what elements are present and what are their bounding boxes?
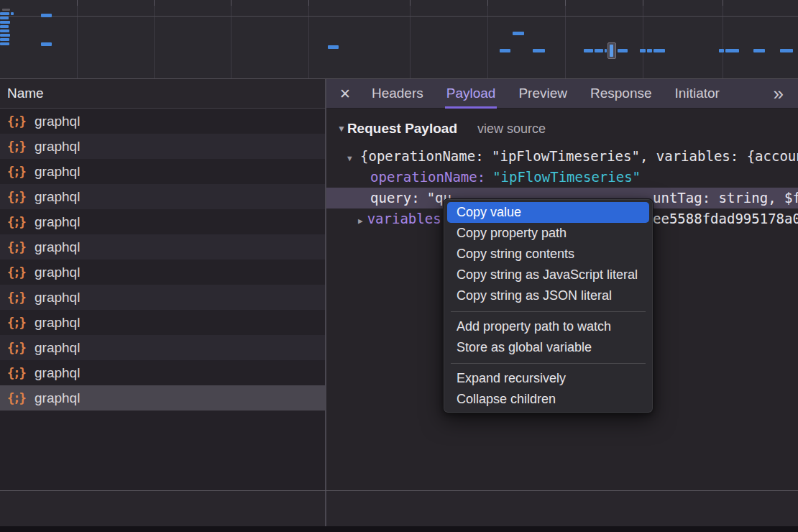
waterfall-bar xyxy=(753,49,765,52)
network-overview[interactable] xyxy=(0,0,798,79)
tab-headers[interactable]: Headers xyxy=(370,79,425,109)
view-source-link[interactable]: view source xyxy=(477,121,546,137)
json-braces-icon: {;} xyxy=(7,316,27,330)
request-name: graphql xyxy=(35,340,80,356)
tab-payload[interactable]: Payload xyxy=(445,79,497,109)
waterfall-bar xyxy=(584,49,593,52)
context-menu-divider xyxy=(444,358,653,368)
json-braces-icon: {;} xyxy=(7,215,27,229)
request-rows: {;} graphql {;} graphql {;} graphql {;} … xyxy=(0,109,326,411)
waterfall-bar xyxy=(0,21,10,24)
table-row[interactable]: {;} graphql xyxy=(0,385,326,411)
root-expander-icon[interactable]: ▼ xyxy=(347,148,359,167)
overview-gridline xyxy=(487,0,488,79)
request-name: graphql xyxy=(35,290,80,306)
table-row[interactable]: {;} graphql xyxy=(0,234,326,260)
table-row[interactable]: {;} graphql xyxy=(0,184,326,209)
waterfall-bar xyxy=(0,17,9,19)
context-menu-item[interactable]: Store as global variable xyxy=(447,337,649,358)
overview-gridline xyxy=(154,0,155,79)
table-row[interactable]: {;} graphql xyxy=(0,109,326,134)
request-name: graphql xyxy=(35,239,80,255)
overview-lane-divider xyxy=(0,16,798,17)
json-braces-icon: {;} xyxy=(7,366,27,380)
waterfall-bar xyxy=(618,49,628,52)
more-tabs-icon[interactable]: » xyxy=(774,84,782,103)
table-row[interactable]: {;} graphql xyxy=(0,260,326,285)
waterfall-bar xyxy=(41,42,52,46)
json-braces-icon: {;} xyxy=(7,190,27,204)
table-row[interactable]: {;} graphql xyxy=(0,209,326,234)
request-name: graphql xyxy=(35,139,80,155)
request-name: graphql xyxy=(35,214,80,230)
footer-divider xyxy=(0,490,798,491)
json-braces-icon: {;} xyxy=(7,165,27,179)
context-menu-item[interactable]: Copy property path xyxy=(447,223,649,244)
waterfall-bar xyxy=(595,49,603,52)
window-bottom-edge xyxy=(0,526,798,532)
waterfall-bar xyxy=(0,12,9,15)
overview-gridline xyxy=(565,0,566,79)
waterfall-bar xyxy=(780,49,793,52)
details-tab-bar: ✕ Headers Payload Preview Response Initi… xyxy=(326,79,798,109)
property-key: variables xyxy=(367,211,441,226)
section-expander-icon[interactable]: ▼ xyxy=(337,124,346,134)
request-list-panel: Name {;} graphql {;} graphql {;} graphql… xyxy=(0,79,326,490)
context-menu-item[interactable]: Copy value xyxy=(447,202,649,223)
operation-name-row[interactable]: operationName:"ipFlowTimeseries" xyxy=(326,167,798,188)
waterfall-bar xyxy=(41,14,52,17)
context-menu-item[interactable]: Copy string as JavaScript literal xyxy=(447,265,649,285)
close-icon[interactable]: ✕ xyxy=(326,86,360,102)
waterfall-bar xyxy=(610,45,613,57)
tab-response[interactable]: Response xyxy=(589,79,653,109)
payload-root-row[interactable]: ▼{operationName: "ipFlowTimeseries", var… xyxy=(326,146,798,167)
property-key: operationName: xyxy=(370,169,485,185)
request-name: graphql xyxy=(35,189,80,205)
overview-gridline xyxy=(77,0,78,79)
waterfall-bar xyxy=(0,42,9,45)
tab-preview[interactable]: Preview xyxy=(517,79,569,109)
waterfall-bar xyxy=(719,49,724,52)
table-row[interactable]: {;} graphql xyxy=(0,360,326,385)
table-row[interactable]: {;} graphql xyxy=(0,285,326,310)
table-row[interactable]: {;} graphql xyxy=(0,310,326,335)
overview-gridline xyxy=(308,0,309,79)
property-value-right: untTag: string, $f xyxy=(653,188,798,208)
json-braces-icon: {;} xyxy=(7,240,27,254)
json-braces-icon: {;} xyxy=(7,265,27,280)
overview-gridline xyxy=(231,0,231,79)
waterfall-bar xyxy=(0,34,10,37)
request-name: graphql xyxy=(35,265,80,280)
context-menu-item[interactable]: Copy string contents xyxy=(447,244,649,265)
context-menu-divider xyxy=(444,306,653,316)
waterfall-bar xyxy=(653,49,665,52)
waterfall-bar xyxy=(640,49,646,52)
footer-splitter xyxy=(325,491,326,526)
waterfall-bar xyxy=(605,49,607,52)
root-line-text: {operationName: "ipFlowTimeseries", vari… xyxy=(360,148,798,164)
waterfall-bar xyxy=(0,29,9,32)
table-row[interactable]: {;} graphql xyxy=(0,159,326,184)
context-menu: Copy value Copy property path Copy strin… xyxy=(443,198,653,413)
overview-gridline xyxy=(723,0,723,79)
table-row[interactable]: {;} graphql xyxy=(0,134,326,159)
json-braces-icon: {;} xyxy=(7,341,27,355)
overview-gridline xyxy=(410,0,411,79)
context-menu-item[interactable]: Collapse children xyxy=(447,389,649,410)
context-menu-item[interactable]: Copy string as JSON literal xyxy=(447,285,649,306)
json-braces-icon: {;} xyxy=(7,391,27,405)
table-row[interactable]: {;} graphql xyxy=(0,335,326,360)
context-menu-item[interactable]: Expand recursively xyxy=(447,368,649,389)
name-column-header[interactable]: Name xyxy=(0,79,326,109)
tab-initiator[interactable]: Initiator xyxy=(674,79,721,109)
property-key: query: xyxy=(370,190,420,206)
request-name: graphql xyxy=(35,365,80,381)
variables-expander-icon[interactable]: ▶ xyxy=(358,211,363,229)
json-braces-icon: {;} xyxy=(7,139,27,154)
request-payload-section-header: ▼ Request Payload view source xyxy=(326,119,798,139)
json-braces-icon: {;} xyxy=(7,114,27,129)
name-column-label: Name xyxy=(7,86,44,101)
context-menu-item[interactable]: Add property path to watch xyxy=(447,316,649,337)
empty-footer-row xyxy=(0,491,798,526)
waterfall-bar xyxy=(0,25,9,28)
